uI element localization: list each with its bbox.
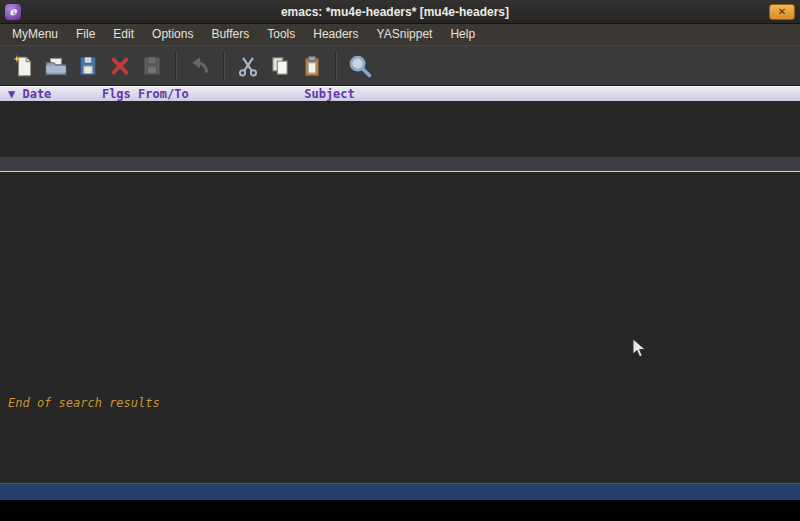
message-row[interactable]: D -> delete uaN Bastien | Re: [O] possib…: [0, 115, 800, 129]
message-row[interactable]: 2012-08-10 uN Bastien | Re: [O] my captu…: [0, 157, 800, 172]
message-row[interactable]: 2012-08-10 uN HardKor | Question about k…: [0, 172, 800, 186]
message-row[interactable]: d -> trash 0 S Juanjo Marin - Re: Videos…: [0, 228, 800, 242]
search-icon: [347, 53, 373, 79]
emacs-app-icon: e: [5, 4, 21, 20]
menu-item[interactable]: Buffers: [202, 25, 258, 44]
message-row[interactable]: 2012-08-10 uN Bastien | Re: [O] Birthday…: [0, 143, 800, 157]
message-row[interactable]: 2012-08-10 S Lanoxx + Re: Compiling glib…: [0, 326, 800, 340]
close-window-button[interactable]: ✕: [769, 4, 795, 20]
header-line[interactable]: ▼ Date Flgs From/To Subject: [0, 86, 800, 101]
save-icon: [76, 54, 100, 78]
message-row[interactable]: 2012-08-10 uN 'Mash (Thomas Herbert)| Re…: [0, 354, 800, 368]
menu-item[interactable]: File: [67, 25, 104, 44]
search-button[interactable]: [344, 50, 376, 82]
headers-list: D -> delete uN Andreas Röhler | Re: movi…: [0, 101, 800, 396]
message-row[interactable]: 2012-08-10 uN Florian Müllner \ Re: Comp…: [0, 340, 800, 354]
title-bar: e emacs: *mu4e-headers* [mu4e-headers] ✕: [0, 0, 800, 24]
toolbar-separator: [335, 53, 337, 79]
undo-button: [184, 50, 216, 82]
end-of-results-text: End of search results: [0, 396, 800, 410]
menu-item[interactable]: Options: [143, 25, 202, 44]
toolbar-separator: [175, 53, 177, 79]
cut-button[interactable]: [232, 50, 264, 82]
message-row[interactable]: 2012-08-10 uaN Bastien | Re: [O] Add the…: [0, 256, 800, 270]
close-buffer-button[interactable]: [104, 50, 136, 82]
open-file-button[interactable]: [40, 50, 72, 82]
menu-item[interactable]: Tools: [258, 25, 304, 44]
emacs-window: e emacs: *mu4e-headers* [mu4e-headers] ✕…: [0, 0, 800, 521]
message-row[interactable]: 2012-08-10 S Michael Welle \ Re: [O] Usi…: [0, 284, 800, 298]
undo-icon: [188, 54, 212, 78]
menu-bar: MyMenu File Edit Options Buffers Tools H…: [0, 24, 800, 45]
message-row[interactable]: 2012-08-10 uN Frans Oilinki | GTK3 depre…: [0, 186, 800, 200]
open-folder-icon: [44, 54, 68, 78]
message-row[interactable]: 2012-08-10 uN Mario Sanchez Prada | Expo…: [0, 129, 800, 143]
message-row[interactable]: D -> delete uN Andreas Röhler | Re: movi…: [0, 101, 800, 115]
new-file-icon: [12, 54, 36, 78]
headers-buffer: D -> delete uN Andreas Röhler | Re: movi…: [0, 101, 800, 483]
window-title: emacs: *mu4e-headers* [mu4e-headers]: [21, 5, 769, 19]
minibuffer[interactable]: [0, 500, 800, 521]
menu-item[interactable]: MyMenu: [3, 25, 67, 44]
new-file-button[interactable]: [8, 50, 40, 82]
message-row[interactable]: d -> trash 0 uN Thierry Volpiatto | Re: …: [0, 200, 800, 214]
menu-item[interactable]: Edit: [104, 25, 143, 44]
paste-button[interactable]: [296, 50, 328, 82]
message-row[interactable]: d -> trash 0 S webmaster@straightd...| T…: [0, 298, 800, 312]
menu-item[interactable]: Headers: [304, 25, 367, 44]
close-buffer-icon: [108, 54, 132, 78]
save-as-button: [136, 50, 168, 82]
copy-button[interactable]: [264, 50, 296, 82]
save-button[interactable]: [72, 50, 104, 82]
message-row[interactable]: 2012-08-10 uN Xan Lopez - Re: Videos fro…: [0, 214, 800, 228]
message-row[interactable]: 2012-08-10 S Francesco Mazzoli | Slow NN…: [0, 312, 800, 326]
save-as-icon: [140, 54, 164, 78]
tool-bar: [0, 45, 800, 86]
menu-item[interactable]: YASnippet: [368, 25, 442, 44]
menu-item[interactable]: Help: [441, 25, 484, 44]
message-row[interactable]: 2012-08-10 uN Suvayu Ali | Re: Emacs for…: [0, 368, 800, 382]
copy-icon: [268, 54, 292, 78]
message-row[interactable]: 2012-08-10 uN Bastien | Re: [O] [PATCH] …: [0, 242, 800, 256]
message-row[interactable]: 2012-08-09 uN robertcInSD | Re: Invoking…: [0, 382, 800, 396]
toolbar-separator: [223, 53, 225, 79]
cut-icon: [236, 54, 260, 78]
message-row[interactable]: 2012-08-10 S Bastien + Re: [O] Using org…: [0, 270, 800, 284]
mode-line: *mu4e-headers* ( 5, 0) [All/2.0k] [mu4e-…: [0, 483, 800, 500]
paste-icon: [300, 54, 324, 78]
